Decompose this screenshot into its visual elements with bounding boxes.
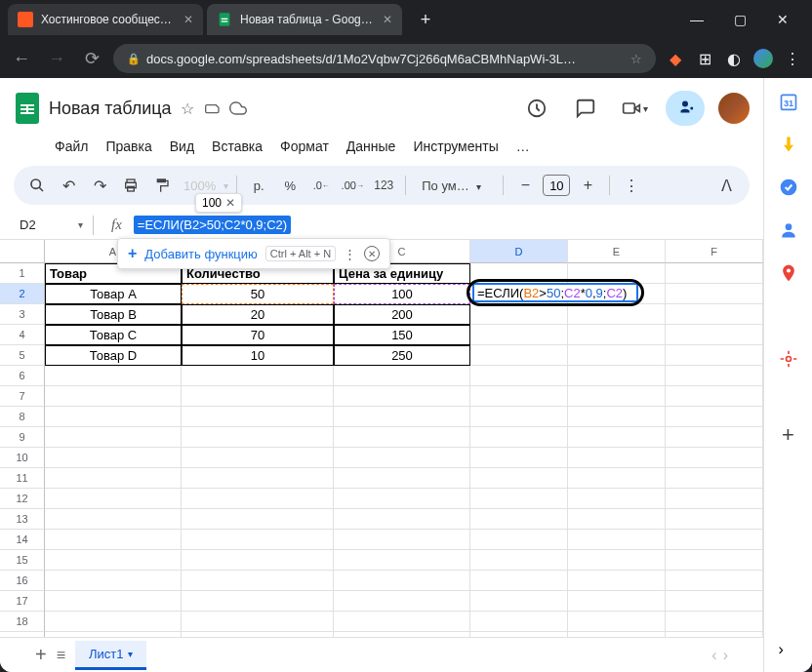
cell-C4[interactable]: 150 [334, 325, 470, 345]
cell-A3[interactable]: Товар B [45, 304, 182, 325]
comments-button[interactable] [568, 91, 603, 126]
cell-A10[interactable] [45, 448, 182, 468]
cell-A11[interactable] [45, 468, 182, 489]
cell-A9[interactable] [45, 427, 182, 448]
cell-B9[interactable] [182, 427, 334, 448]
cell-E7[interactable] [568, 386, 666, 407]
menu-data[interactable]: Данные [339, 137, 404, 156]
cell-E10[interactable] [568, 448, 666, 468]
add-function-label[interactable]: Добавить функцию [144, 247, 257, 261]
spreadsheet-grid[interactable]: ABCDEF1ТоварКоличествоЦена за единицу2То… [0, 240, 763, 637]
cell-B15[interactable] [182, 550, 334, 571]
add-sheet-button[interactable]: + [35, 644, 47, 666]
cell-E8[interactable] [568, 407, 666, 427]
meet-button[interactable]: ▾ [617, 91, 652, 126]
more-toolbar-button[interactable]: ⋮ [618, 172, 645, 199]
cell-D16[interactable] [470, 571, 568, 591]
menu-tools[interactable]: Инструменты [405, 137, 506, 156]
cell-F5[interactable] [666, 345, 763, 366]
close-icon[interactable]: ✕ [183, 13, 193, 26]
cell-D10[interactable] [470, 448, 568, 468]
row-header-10[interactable]: 10 [0, 448, 45, 468]
cell-B3[interactable]: 20 [182, 304, 334, 325]
cell-F14[interactable] [666, 530, 763, 550]
cell-F4[interactable] [666, 325, 763, 345]
menu-more[interactable]: … [508, 137, 538, 156]
cell-D15[interactable] [470, 550, 568, 571]
font-select[interactable]: По ум… ▾ [414, 177, 495, 195]
cell-B10[interactable] [182, 448, 334, 468]
reload-button[interactable]: ⟳ [78, 45, 105, 72]
row-header-15[interactable]: 15 [0, 550, 45, 571]
cell-F1[interactable] [666, 263, 763, 284]
more-icon[interactable]: ⋮ [344, 247, 356, 261]
cell-F17[interactable] [666, 591, 763, 612]
contacts-icon[interactable] [779, 220, 798, 240]
cell-A5[interactable]: Товар D [45, 345, 182, 366]
cell-F8[interactable] [666, 407, 763, 427]
cell-C5[interactable]: 250 [334, 345, 470, 366]
tasks-icon[interactable] [779, 178, 798, 197]
column-header-E[interactable]: E [568, 240, 666, 263]
font-size-decrease[interactable]: − [511, 172, 539, 199]
cell-B6[interactable] [182, 366, 334, 386]
collapse-toolbar-button[interactable]: ᐱ [712, 172, 740, 199]
sheet-next-button[interactable]: › [723, 647, 728, 664]
cell-D11[interactable] [470, 468, 568, 489]
cell-D17[interactable] [470, 591, 568, 612]
row-header-3[interactable]: 3 [0, 304, 45, 325]
cell-B12[interactable] [182, 489, 334, 509]
cell-B2[interactable]: 50 [182, 284, 334, 304]
row-header-17[interactable]: 17 [0, 591, 45, 612]
cell-C18[interactable] [334, 612, 470, 632]
user-avatar[interactable] [718, 93, 750, 124]
sheet-prev-button[interactable]: ‹ [711, 647, 716, 664]
row-header-4[interactable]: 4 [0, 325, 45, 345]
cell-F6[interactable] [666, 366, 763, 386]
cell-B16[interactable] [182, 571, 334, 591]
menu-file[interactable]: Файл [47, 137, 96, 156]
cell-C16[interactable] [334, 571, 470, 591]
column-header-F[interactable]: F [666, 240, 763, 263]
cell-F16[interactable] [666, 571, 763, 591]
url-bar[interactable]: 🔒 docs.google.com/spreadsheets/d/1Mo2Vqb… [113, 44, 656, 73]
cell-A14[interactable] [45, 530, 182, 550]
cell-A16[interactable] [45, 571, 182, 591]
select-all-corner[interactable] [0, 240, 45, 263]
cell-E12[interactable] [568, 489, 666, 509]
menu-button[interactable]: ⋮ [781, 47, 804, 70]
row-header-2[interactable]: 2 [0, 284, 45, 304]
cell-A7[interactable] [45, 386, 182, 407]
cell-C6[interactable] [334, 366, 470, 386]
percent-button[interactable]: % [276, 172, 304, 199]
all-sheets-button[interactable]: ≡ [57, 647, 65, 664]
print-button[interactable] [117, 172, 144, 199]
close-icon[interactable]: ✕ [225, 196, 235, 210]
cloud-icon[interactable] [228, 99, 248, 118]
cell-D4[interactable] [470, 325, 568, 345]
cell-C7[interactable] [334, 386, 470, 407]
addon-icon[interactable] [779, 349, 798, 369]
close-button[interactable]: ✕ [761, 4, 804, 35]
cell-B4[interactable]: 70 [182, 325, 334, 345]
cell-A13[interactable] [45, 509, 182, 530]
cell-C15[interactable] [334, 550, 470, 571]
get-addons-button[interactable]: + [779, 425, 798, 445]
maximize-button[interactable]: ▢ [718, 4, 761, 35]
star-icon[interactable]: ☆ [630, 52, 642, 66]
row-header-13[interactable]: 13 [0, 509, 45, 530]
browser-tab-1[interactable]: Хостинговое сообщество «Tim ✕ [8, 4, 203, 35]
row-header-9[interactable]: 9 [0, 427, 45, 448]
cell-B8[interactable] [182, 407, 334, 427]
cell-D2[interactable] [470, 284, 568, 304]
sheets-logo[interactable] [14, 91, 41, 126]
cell-E3[interactable] [568, 304, 666, 325]
cell-B18[interactable] [182, 612, 334, 632]
new-tab-button[interactable]: + [414, 10, 437, 30]
cell-E9[interactable] [568, 427, 666, 448]
currency-button[interactable]: р. [245, 172, 272, 199]
cell-D8[interactable] [470, 407, 568, 427]
cell-D18[interactable] [470, 612, 568, 632]
extension-icon[interactable]: ◐ [722, 47, 746, 70]
doc-title[interactable]: Новая таблица [49, 99, 172, 119]
